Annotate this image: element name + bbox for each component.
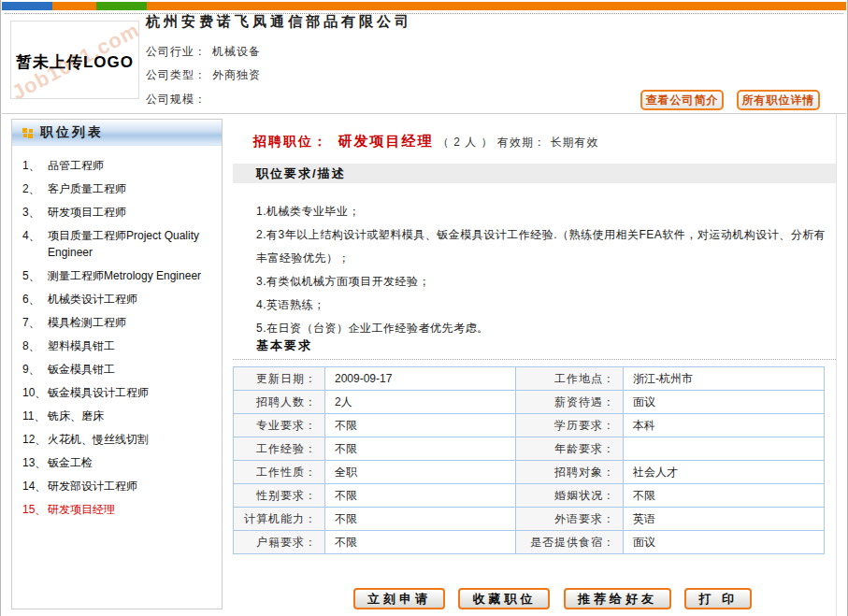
print-button[interactable]: 打 印 [684, 588, 752, 609]
position-title: 研发项目经理 [338, 133, 433, 149]
job-list-title: 职位列表 [40, 124, 104, 141]
job-title: 项目质量工程师Project Quality Engineer [48, 227, 214, 261]
job-title: 研发项目经理 [48, 501, 115, 518]
job-list-sidebar: 职位列表 1、品管工程师 2、客户质量工程师 3、研发项目工程师 4、项目质量工… [11, 119, 223, 609]
job-description: 1.机械类专业毕业； 2.有3年以上结构设计或塑料模具、钣金模具设计工作经验.（… [256, 200, 828, 340]
row-label: 薪资待遇： [516, 391, 624, 414]
job-title: 铣床、磨床 [48, 408, 104, 424]
job-title: 研发部设计工程师 [48, 478, 137, 494]
row-value: 不限 [325, 414, 516, 437]
table-row: 户籍要求： 不限 是否提供食宿： 面议 [234, 531, 825, 554]
row-label: 工作经验： [234, 437, 325, 461]
table-row: 招聘人数： 2人 薪资待遇： 面议 [234, 391, 825, 414]
sidebar-item-job-15-selected[interactable]: 15、研发项目经理 [12, 501, 222, 518]
row-label: 计算机能力： [234, 508, 325, 531]
row-value: 面议 [624, 531, 825, 554]
row-label: 专业要求： [234, 414, 325, 437]
sidebar-item-job-4[interactable]: 4、项目质量工程师Project Quality Engineer [12, 227, 222, 261]
job-header: 招聘职位： 研发项目经理 （ 2 人 ） 有效期： 长期有效 [253, 133, 599, 150]
sidebar-item-job-11[interactable]: 11、铣床、磨床 [12, 408, 222, 424]
sidebar-item-job-14[interactable]: 14、研发部设计工程师 [12, 478, 222, 494]
job-list: 1、品管工程师 2、客户质量工程师 3、研发项目工程师 4、项目质量工程师Pro… [12, 157, 222, 518]
row-label: 外语要求： [516, 508, 624, 531]
job-title: 测量工程师Metrology Engineer [48, 267, 201, 284]
description-line: 4.英语熟练； [256, 294, 828, 317]
job-title: 钣金模具钳工 [48, 361, 115, 378]
table-row: 更新日期： 2009-09-17 工作地点： 浙江-杭州市 [234, 367, 825, 391]
validity-label: 有效期： [497, 136, 546, 149]
topbar-segment-blue [2, 2, 52, 10]
job-title: 客户质量工程师 [48, 180, 126, 197]
row-value: 不限 [624, 484, 825, 508]
job-list-header: 职位列表 [12, 120, 222, 146]
row-value: 不限 [325, 437, 516, 461]
topbar-segment-orange [52, 2, 96, 10]
row-value: 社会人才 [624, 461, 825, 484]
sidebar-item-job-1[interactable]: 1、品管工程师 [12, 157, 222, 174]
logo-placeholder-text: 暂未上传LOGO [11, 51, 138, 73]
row-value: 本科 [624, 414, 825, 437]
requirements-section-title: 职位要求/描述 [256, 166, 346, 180]
row-label: 工作性质： [234, 461, 325, 484]
topbar-segment-green [96, 2, 147, 10]
row-value [624, 437, 825, 461]
sidebar-item-job-8[interactable]: 8、塑料模具钳工 [12, 337, 222, 354]
sidebar-item-job-3[interactable]: 3、研发项目工程师 [12, 204, 222, 221]
job-title: 品管工程师 [48, 157, 104, 174]
job-title: 钣金工检 [48, 454, 93, 471]
row-label: 婚姻状况： [516, 484, 624, 508]
job-title: 研发项目工程师 [48, 204, 126, 221]
row-value: 全职 [325, 461, 516, 484]
table-row: 计算机能力： 不限 外语要求： 英语 [234, 508, 825, 531]
sidebar-item-job-2[interactable]: 2、客户质量工程师 [12, 180, 222, 197]
save-job-button[interactable]: 收藏职位 [458, 588, 550, 609]
row-label: 工作地点： [516, 367, 624, 391]
sidebar-item-job-5[interactable]: 5、测量工程师Metrology Engineer [12, 267, 222, 284]
table-row: 性别要求： 不限 婚姻状况： 不限 [234, 484, 825, 508]
page: Job1001.com 暂未上传LOGO 杭州安费诺飞凤通信部品有限公司 公司行… [0, 0, 848, 616]
grid-icon [22, 127, 34, 138]
company-type-label: 公司类型： [146, 68, 207, 81]
table-row: 工作经验： 不限 年龄要求： [234, 437, 825, 461]
row-label: 年龄要求： [516, 437, 624, 461]
row-label: 是否提供食宿： [516, 531, 624, 554]
row-value: 不限 [325, 484, 516, 508]
sidebar-item-job-13[interactable]: 13、钣金工检 [12, 454, 222, 471]
row-label: 招聘人数： [234, 391, 325, 414]
sidebar-item-job-7[interactable]: 7、模具检测工程师 [12, 314, 222, 331]
row-value: 2人 [325, 391, 516, 414]
basic-requirements-table: 更新日期： 2009-09-17 工作地点： 浙江-杭州市 招聘人数： 2人 薪… [233, 366, 825, 554]
job-title: 塑料模具钳工 [48, 337, 115, 354]
job-title: 火花机、慢丝线切割 [48, 431, 149, 448]
apply-now-button[interactable]: 立刻申请 [353, 588, 445, 609]
company-size-field: 公司规模： [146, 92, 212, 107]
row-value: 不限 [325, 508, 516, 531]
recruiting-position-label: 招聘职位： [253, 134, 328, 149]
row-label: 更新日期： [234, 367, 325, 391]
sidebar-item-job-10[interactable]: 10、钣金模具设计工程师 [12, 384, 222, 401]
row-label: 户籍要求： [234, 531, 325, 554]
row-value: 面议 [624, 391, 825, 414]
row-value: 2009-09-17 [325, 367, 516, 391]
requirements-section-header: 职位要求/描述 [233, 164, 836, 183]
table-row: 专业要求： 不限 学历要求： 本科 [234, 414, 825, 437]
recommend-to-friend-button[interactable]: 推荐给好友 [564, 588, 671, 609]
action-button-row: 立刻申请 收藏职位 推荐给好友 打 印 [353, 588, 761, 609]
row-value: 不限 [325, 531, 516, 554]
row-label: 学历要求： [516, 414, 624, 437]
description-line: 1.机械类专业毕业； [256, 200, 828, 223]
row-value: 英语 [624, 508, 825, 531]
row-label: 性别要求： [234, 484, 325, 508]
company-industry-label: 公司行业： [146, 45, 207, 58]
basic-requirements-divider [233, 359, 836, 360]
sidebar-item-job-9[interactable]: 9、钣金模具钳工 [12, 361, 222, 378]
content-right-border [836, 114, 837, 616]
sidebar-item-job-6[interactable]: 6、机械类设计工程师 [12, 291, 222, 308]
row-value: 浙江-杭州市 [624, 367, 825, 391]
description-line: 2.有3年以上结构设计或塑料模具、钣金模具设计工作经验.（熟练使用相关FEA软件… [256, 223, 828, 270]
description-line: 5.在日资（台资）企业工作经验者优先考虑。 [256, 317, 828, 340]
sidebar-item-job-12[interactable]: 12、火花机、慢丝线切割 [12, 431, 222, 448]
description-line: 3.有类似机械方面项目开发经验； [256, 270, 828, 294]
company-size-label: 公司规模： [146, 93, 207, 106]
table-row: 工作性质： 全职 招聘对象： 社会人才 [234, 461, 825, 484]
